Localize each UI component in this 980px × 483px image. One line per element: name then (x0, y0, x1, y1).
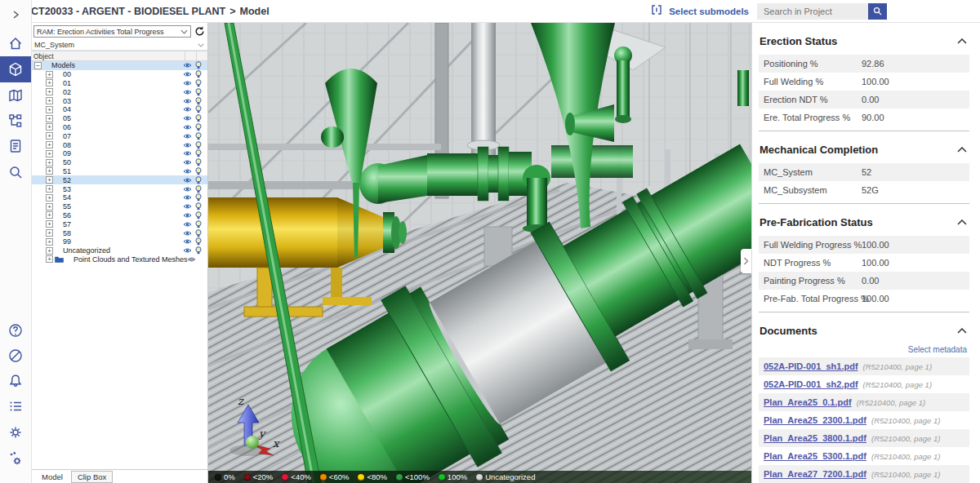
bulb-icon[interactable] (193, 88, 203, 96)
services-icon[interactable] (0, 449, 31, 468)
bulb-icon[interactable] (193, 105, 203, 113)
expand-box-icon[interactable]: + (46, 238, 53, 246)
expand-box-icon[interactable]: + (46, 220, 53, 228)
axis-gizmo[interactable]: z y x (221, 395, 285, 460)
visibility-eye-icon[interactable] (182, 177, 193, 184)
visibility-eye-icon[interactable] (182, 230, 193, 237)
document-link[interactable]: 052A-PID-001_sh1.pdf (764, 361, 858, 371)
visibility-eye-icon[interactable] (182, 168, 193, 175)
task-list-icon[interactable] (0, 397, 31, 416)
section-header[interactable]: Erection Status (759, 29, 969, 55)
visibility-eye-icon[interactable] (182, 142, 193, 148)
expand-box-icon[interactable]: + (46, 185, 53, 193)
tree-row[interactable]: +Point Clouds and Textured Meshes (31, 255, 207, 264)
expand-box-icon[interactable]: + (46, 141, 53, 148)
home-icon[interactable] (0, 33, 31, 53)
visibility-eye-icon[interactable] (182, 124, 193, 131)
model-3d-icon[interactable] (0, 56, 31, 82)
visibility-eye-icon[interactable] (182, 238, 193, 245)
section-header[interactable]: Pre-Fabrication Status (759, 210, 969, 236)
expand-box-icon[interactable]: + (46, 71, 53, 78)
expand-box-icon[interactable]: + (46, 106, 53, 113)
tree-row[interactable]: +03 (31, 96, 207, 105)
help-icon[interactable] (0, 321, 31, 340)
bulb-icon[interactable] (193, 246, 203, 255)
notifications-bell-icon[interactable] (0, 371, 31, 391)
document-link[interactable]: 052A-PID-001_sh2.pdf (764, 379, 858, 389)
expand-box-icon[interactable]: + (46, 123, 53, 131)
select-submodels-link[interactable]: Select submodels (669, 7, 749, 16)
expand-box-icon[interactable]: + (46, 115, 53, 122)
visibility-eye-icon[interactable] (182, 186, 193, 193)
expand-box-icon[interactable]: + (46, 211, 53, 219)
settings-gear-icon[interactable] (0, 423, 31, 442)
tree-row[interactable]: +53 (31, 184, 207, 193)
refresh-icon[interactable] (193, 25, 206, 38)
expand-menu-icon[interactable] (0, 5, 31, 24)
visibility-eye-icon[interactable] (182, 115, 193, 122)
tree-row[interactable]: +06 (31, 123, 207, 132)
section-header[interactable]: Mechanical Completion (759, 138, 969, 163)
visibility-eye-icon[interactable] (182, 221, 193, 228)
map-icon[interactable] (0, 86, 31, 105)
search-input[interactable] (757, 3, 868, 20)
expand-box-icon[interactable]: + (46, 159, 53, 166)
tree-row[interactable]: +55 (31, 202, 207, 211)
tree-row[interactable]: −Models (31, 61, 207, 70)
expand-box-icon[interactable]: + (46, 88, 53, 95)
notes-icon[interactable] (0, 136, 31, 156)
panel-expand-handle[interactable] (741, 249, 751, 273)
visibility-eye-icon[interactable] (182, 80, 193, 86)
viewport-3d[interactable]: z y x 0%<20%<40%<60%<80%<100%100%Uncateg… (208, 23, 751, 483)
bulb-icon[interactable] (193, 211, 203, 219)
document-link[interactable]: Plan_Area25_2300.1.pdf (764, 415, 866, 425)
tree-row[interactable]: +56 (31, 211, 207, 220)
bulb-icon[interactable] (193, 61, 203, 69)
tree-row[interactable]: +52 (31, 175, 207, 184)
bulb-icon[interactable] (193, 149, 203, 157)
tree-row[interactable]: +58 (31, 228, 207, 237)
tree-row[interactable]: +08 (31, 140, 207, 149)
document-link[interactable]: Plan_Area25_0.1.pdf (764, 397, 852, 407)
bulb-icon[interactable] (193, 79, 203, 87)
expand-box-icon[interactable]: + (46, 255, 53, 263)
tree-row[interactable]: +99 (31, 237, 207, 246)
expand-box-icon[interactable]: + (46, 79, 53, 86)
tree-row[interactable]: +57 (31, 219, 207, 228)
bulb-icon[interactable] (193, 185, 203, 193)
expand-box-icon[interactable]: + (46, 229, 53, 237)
search-submit-button[interactable] (868, 3, 887, 20)
bulb-icon[interactable] (193, 114, 203, 122)
visibility-eye-icon[interactable] (182, 159, 193, 166)
document-link[interactable]: Plan_Area25_3800.1.pdf (764, 433, 866, 443)
bulb-icon[interactable] (193, 97, 203, 105)
bulb-icon[interactable] (193, 70, 203, 78)
visibility-off-icon[interactable] (187, 256, 196, 263)
visibility-eye-icon[interactable] (182, 203, 193, 210)
document-link[interactable]: Plan_Area25_5300.1.pdf (764, 451, 866, 461)
bulb-icon[interactable] (193, 132, 203, 140)
bulb-icon[interactable] (193, 141, 203, 149)
visibility-eye-icon[interactable] (182, 62, 193, 69)
visibility-eye-icon[interactable] (182, 150, 193, 157)
offline-icon[interactable] (0, 346, 31, 366)
tab-model[interactable]: Model (36, 472, 69, 482)
expand-box-icon[interactable]: + (46, 176, 53, 184)
expand-box-icon[interactable]: + (46, 150, 53, 157)
tab-clip-box[interactable]: Clip Box (71, 471, 113, 483)
tree-row[interactable]: +00 (31, 70, 207, 79)
search-icon[interactable] (0, 162, 31, 182)
visibility-eye-icon[interactable] (182, 133, 193, 140)
visibility-eye-icon[interactable] (182, 98, 193, 104)
expand-box-icon[interactable]: + (46, 97, 53, 104)
tree-row[interactable]: +09 (31, 149, 207, 158)
hierarchy-icon[interactable] (0, 111, 31, 131)
bulb-icon[interactable] (193, 193, 203, 202)
expand-box-icon[interactable]: + (46, 167, 53, 175)
panel-toggle-icon[interactable] (650, 3, 663, 20)
breadcrumb-project[interactable]: CT20033 - ARGENT - BIODIESEL PLANT (31, 6, 225, 17)
documents-section-header[interactable]: Documents (759, 319, 969, 344)
visibility-eye-icon[interactable] (182, 71, 193, 78)
collapse-box-icon[interactable]: − (34, 62, 42, 69)
tree-row[interactable]: +01 (31, 79, 207, 88)
